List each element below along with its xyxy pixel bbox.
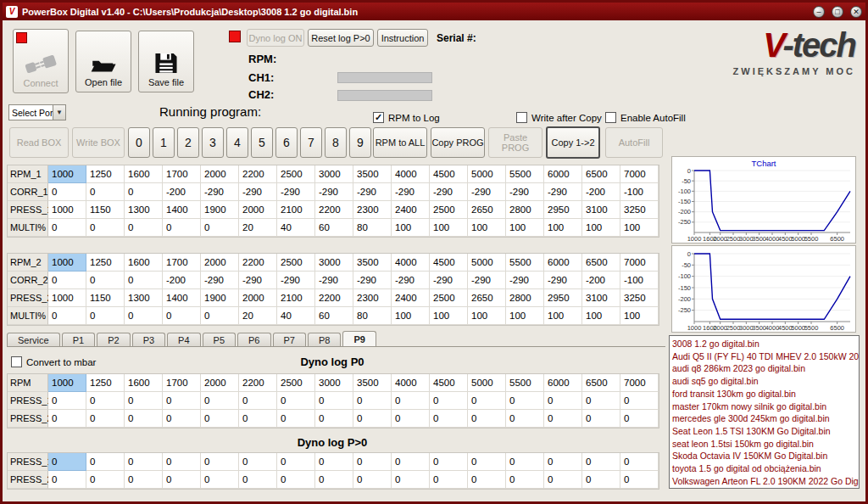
grid-cell[interactable]: 0 xyxy=(353,392,392,410)
grid-cell[interactable]: -290 xyxy=(430,183,468,201)
grid-cell[interactable]: 2200 xyxy=(239,165,277,183)
paste-prog-button[interactable]: Paste PROG xyxy=(488,127,542,158)
grid-cell[interactable]: 1300 xyxy=(125,289,163,307)
grid-cell[interactable]: 3500 xyxy=(353,165,392,183)
grid-cell[interactable]: 2000 xyxy=(201,165,239,183)
grid-cell[interactable]: 0 xyxy=(86,272,125,289)
grid-cell[interactable]: 0 xyxy=(353,471,392,489)
grid-cell[interactable]: -100 xyxy=(620,183,659,201)
write-box-button[interactable]: Write BOX xyxy=(72,127,125,158)
digit-button-6[interactable]: 6 xyxy=(275,127,298,158)
digit-button-3[interactable]: 3 xyxy=(202,127,224,158)
grid-cell[interactable]: -290 xyxy=(277,183,315,201)
file-list-item[interactable]: Volkswagen Arteon FL 2.0 190KM 2022 Go D… xyxy=(672,475,859,488)
grid-cell[interactable]: 0 xyxy=(201,392,239,410)
digit-button-2[interactable]: 2 xyxy=(177,127,199,158)
grid-cell[interactable]: 0 xyxy=(544,471,582,489)
grid-cell[interactable]: 100 xyxy=(506,219,544,237)
grid-cell[interactable]: 100 xyxy=(582,307,620,325)
grid-cell[interactable]: 3100 xyxy=(582,289,620,307)
grid-cell[interactable]: 0 xyxy=(48,392,86,410)
grid-cell[interactable]: 0 xyxy=(125,272,163,289)
grid-cell[interactable]: 0 xyxy=(315,410,353,428)
grid-cell[interactable]: 3250 xyxy=(620,289,659,307)
grid-cell[interactable]: 100 xyxy=(620,219,659,237)
grid-cell[interactable]: -290 xyxy=(544,272,582,289)
grid-cell[interactable]: 0 xyxy=(506,410,544,428)
tab-p8[interactable]: P8 xyxy=(308,333,341,346)
grid-cell[interactable]: 5000 xyxy=(468,254,506,272)
grid-cell[interactable]: -100 xyxy=(620,272,659,289)
grid-cell[interactable]: 1600 xyxy=(125,165,163,183)
grid-cell[interactable]: 0 xyxy=(430,471,468,489)
grid-cell[interactable]: 0 xyxy=(239,392,277,410)
tab-p4[interactable]: P4 xyxy=(167,333,200,346)
grid-cell[interactable]: 0 xyxy=(48,307,86,325)
grid-cell[interactable]: 0 xyxy=(582,471,620,489)
grid-cell[interactable]: 6500 xyxy=(582,374,620,392)
grid-cell[interactable]: 100 xyxy=(468,219,506,237)
grid-cell[interactable]: 0 xyxy=(582,410,620,428)
grid-cell[interactable]: 0 xyxy=(392,392,430,410)
grid-cell[interactable]: 0 xyxy=(125,307,163,325)
copy-1-to-2-button[interactable]: Copy 1->2 xyxy=(546,126,600,159)
grid-cell[interactable]: 2500 xyxy=(277,374,315,392)
grid-cell[interactable]: 0 xyxy=(582,392,620,410)
grid-cell[interactable]: -290 xyxy=(468,183,506,201)
grid-cell[interactable]: 2500 xyxy=(277,165,315,183)
file-list-item[interactable]: Audi Q5 II (FY FL) 40 TDI MHEV 2.0 150kW… xyxy=(672,350,859,363)
grid-cell[interactable]: 3500 xyxy=(353,374,392,392)
grid-cell[interactable]: -290 xyxy=(392,183,430,201)
tab-p6[interactable]: P6 xyxy=(237,333,270,346)
grid-cell[interactable]: 7000 xyxy=(620,374,659,392)
grid-cell[interactable]: 0 xyxy=(544,453,582,471)
grid-cell[interactable]: -290 xyxy=(353,272,392,289)
grid-cell[interactable]: 2300 xyxy=(353,289,392,307)
grid-cell[interactable]: 6500 xyxy=(582,254,620,272)
file-list-item[interactable]: ford transit 130km go digital.bin xyxy=(672,388,859,400)
tab-p5[interactable]: P5 xyxy=(203,333,236,346)
grid-cell[interactable]: 4000 xyxy=(392,254,430,272)
grid-cell[interactable]: 1900 xyxy=(201,289,239,307)
tab-p7[interactable]: P7 xyxy=(273,333,306,346)
grid-cell[interactable]: 2200 xyxy=(315,201,353,219)
grid-cell[interactable]: 0 xyxy=(620,410,659,428)
grid-cell[interactable]: 3500 xyxy=(353,254,392,272)
digit-button-0[interactable]: 0 xyxy=(128,127,150,158)
grid-cell[interactable]: 100 xyxy=(544,219,582,237)
grid-cell[interactable]: 100 xyxy=(506,307,544,325)
grid-cell[interactable]: -290 xyxy=(430,272,468,289)
select-port-dropdown[interactable]: Select Port ▼ xyxy=(8,104,66,120)
grid-cell[interactable]: 5500 xyxy=(506,165,544,183)
grid-cell[interactable]: -200 xyxy=(163,272,201,289)
grid-cell[interactable]: 0 xyxy=(48,183,86,201)
grid-cell[interactable]: -200 xyxy=(582,183,620,201)
digit-button-4[interactable]: 4 xyxy=(226,127,248,158)
grid-cell[interactable]: 0 xyxy=(125,471,163,489)
grid-cell[interactable]: 0 xyxy=(125,392,163,410)
grid-cell[interactable]: 2400 xyxy=(392,201,430,219)
file-list-item[interactable]: audi sq5 go digital.bin xyxy=(672,375,859,388)
grid-cell[interactable]: 0 xyxy=(468,453,506,471)
grid-cell[interactable]: 0 xyxy=(430,453,468,471)
grid-cell[interactable]: -290 xyxy=(315,272,353,289)
grid-cell[interactable]: 2100 xyxy=(277,289,315,307)
grid-cell[interactable]: 3000 xyxy=(315,165,353,183)
grid-cell[interactable]: 7000 xyxy=(620,165,659,183)
grid-cell[interactable]: 0 xyxy=(430,410,468,428)
grid-cell[interactable]: 1000 xyxy=(48,289,86,307)
grid-cell[interactable]: 2650 xyxy=(468,289,506,307)
minimize-button[interactable]: – xyxy=(813,6,825,18)
grid-cell[interactable]: 1600 xyxy=(125,254,163,272)
grid-cell[interactable]: 0 xyxy=(86,392,125,410)
grid-cell[interactable]: 0 xyxy=(201,410,239,428)
tab-p1[interactable]: P1 xyxy=(62,333,95,346)
grid-cell[interactable]: 100 xyxy=(582,219,620,237)
grid-cell[interactable]: 4000 xyxy=(392,374,430,392)
grid-cell[interactable]: 0 xyxy=(48,219,86,237)
grid-cell[interactable]: 7000 xyxy=(620,254,659,272)
grid-cell[interactable]: 0 xyxy=(277,392,315,410)
reset-log-button[interactable]: Reset log P>0 xyxy=(308,29,374,47)
grid-cell[interactable]: -290 xyxy=(353,183,392,201)
grid-cell[interactable]: 0 xyxy=(506,392,544,410)
